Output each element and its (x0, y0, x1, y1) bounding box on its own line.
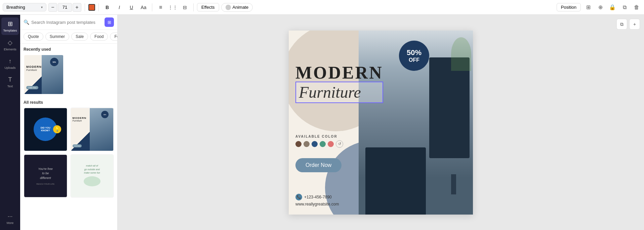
template-preview-2: DID YOUKNOW? 💡 (24, 108, 67, 151)
contact-phone: 📞 +123-456-7890 (295, 194, 339, 200)
phone-icon: 📞 (295, 194, 302, 200)
panel-search-bar: 🔍 ⊞ (20, 15, 117, 30)
color-swatch-blue[interactable] (312, 141, 318, 147)
canvas-title-furniture[interactable]: Furniture (295, 82, 383, 103)
left-sidebar: ⊞ Templates ◇ Elements ↑ Uploads T Text … (0, 15, 20, 230)
color-swatch-tan[interactable] (304, 141, 310, 147)
text-color-swatch[interactable] (88, 4, 95, 11)
template-thumb-modern-furniture[interactable]: 50% MODERN Furniture Order Now (24, 54, 64, 95)
search-icon: 🔍 (24, 19, 29, 25)
copy-canvas-button[interactable]: ⧉ (616, 19, 627, 30)
furniture-wardrobe (429, 57, 470, 158)
font-size-controls: − + (48, 3, 81, 12)
font-size-decrease-button[interactable]: − (48, 3, 57, 12)
bold-button[interactable]: B (102, 2, 112, 12)
chevron-down-icon: ▾ (41, 5, 43, 9)
add-canvas-button[interactable]: + (629, 19, 640, 30)
font-name-label: Breathing (6, 5, 25, 10)
category-tabs: Quote Summer Sale Food Fourth (20, 30, 117, 44)
lamp-decoration (451, 174, 456, 194)
recently-used-section: Recently used 50% MODERN Furniture (24, 47, 114, 95)
effects-label: Effects (201, 5, 215, 10)
more-icon: ··· (7, 213, 12, 220)
template-card-did-you-know[interactable]: DID YOUKNOW? 💡 (24, 107, 68, 151)
panel-content: Recently used 50% MODERN Furniture (20, 44, 117, 230)
sidebar-item-templates[interactable]: ⊞ Templates (1, 17, 19, 35)
align-button[interactable]: ⊟ (180, 2, 190, 12)
category-tab-quote[interactable]: Quote (24, 33, 43, 41)
available-color-label: AVAILABLE COLOR (295, 135, 343, 138)
template-card-free[interactable]: You're freeto bedifferent REACH YOUR LIF… (24, 154, 68, 198)
bullet-list-button[interactable]: ⋮⋮ (168, 2, 178, 12)
canvas-text-block[interactable]: MODERN Furniture (295, 64, 383, 103)
refresh-colors-button[interactable]: ↺ (336, 140, 343, 148)
sidebar-item-templates-label: Templates (3, 29, 17, 32)
sidebar-item-uploads[interactable]: ↑ Uploads (1, 55, 19, 72)
canvas-area: ⧉ + 50% OFF (118, 15, 644, 230)
template-preview-1: 50% MODERN Furniture Order Now (24, 55, 63, 94)
uploads-icon: ↑ (9, 58, 12, 65)
toolbar-separator-3 (152, 3, 152, 11)
duplicate-button[interactable]: ⧉ (620, 3, 629, 12)
italic-button[interactable]: I (114, 2, 124, 12)
contact-website: www.reallygreatsite.com (295, 202, 339, 206)
recently-used-label: Recently used (24, 47, 114, 52)
font-case-button[interactable]: Aa (138, 2, 149, 12)
sidebar-item-elements[interactable]: ◇ Elements (1, 36, 19, 54)
all-results-label: All results (24, 100, 114, 105)
template-card-modern-furniture-2[interactable]: 50% MODERN Furniture Order Now (70, 107, 114, 151)
contact-section: 📞 +123-456-7890 www.reallygreatsite.com (295, 194, 339, 208)
sidebar-item-text-label: Text (7, 85, 13, 88)
recently-used-templates: 50% MODERN Furniture Order Now (24, 54, 114, 95)
color-swatch-brown[interactable] (295, 141, 301, 147)
font-size-increase-button[interactable]: + (73, 3, 81, 12)
badge-percentage: 50% (407, 48, 421, 57)
template-preview-3: 50% MODERN Furniture Order Now (71, 108, 114, 151)
font-name-dropdown[interactable]: Breathing ▾ (3, 3, 46, 11)
align-distribute-button[interactable]: ⊞ (583, 3, 593, 12)
trash-button[interactable]: 🗑 (632, 3, 641, 12)
template-preview-5: match all ofgo outside andmake some fun (71, 155, 114, 197)
effects-button[interactable]: Effects (197, 3, 219, 11)
canvas-title-modern[interactable]: MODERN (295, 64, 383, 82)
link-button[interactable]: ⊕ (596, 3, 605, 12)
discount-badge: 50% OFF (399, 41, 429, 71)
search-input[interactable] (31, 20, 103, 25)
list-button[interactable]: ≡ (156, 2, 166, 12)
color-swatch-pink[interactable] (328, 141, 334, 147)
font-size-input[interactable] (58, 3, 72, 12)
available-color-section: AVAILABLE COLOR ↺ (295, 135, 343, 148)
design-canvas: 50% OFF MODERN Furniture AVAILABLE COLOR… (289, 31, 473, 215)
main-area: ⊞ Templates ◇ Elements ↑ Uploads T Text … (0, 15, 644, 230)
sidebar-item-more-label: More (7, 221, 14, 225)
category-tab-fourth[interactable]: Fourth (110, 33, 117, 41)
elements-icon: ◇ (8, 39, 12, 46)
toolbar-right-actions: Position ⊞ ⊕ 🔒 ⧉ 🗑 (557, 3, 641, 12)
color-swatches: ↺ (295, 140, 343, 148)
toolbar-separator-2 (98, 3, 99, 11)
category-tab-sale[interactable]: Sale (71, 33, 88, 41)
underline-button[interactable]: U (126, 2, 136, 12)
all-results-section: All results DID YOUKNOW? 💡 (24, 100, 114, 198)
templates-panel: 🔍 ⊞ Quote Summer Sale Food Fourth (20, 15, 118, 230)
category-tab-summer[interactable]: Summer (45, 33, 69, 41)
template-card-nature[interactable]: match all ofgo outside andmake some fun (70, 154, 114, 198)
template-preview-4: You're freeto bedifferent REACH YOUR LIF… (24, 155, 67, 197)
plant-decoration (451, 37, 471, 71)
lock-button[interactable]: 🔒 (608, 3, 617, 12)
toolbar-separator-4 (193, 3, 194, 11)
filter-button[interactable]: ⊞ (105, 17, 114, 27)
order-now-button[interactable]: Order Now (295, 158, 341, 172)
color-swatch-teal[interactable] (320, 141, 326, 147)
position-button[interactable]: Position (557, 3, 581, 11)
badge-off-text: OFF (409, 57, 419, 63)
animate-label: Animate (233, 5, 249, 10)
sidebar-item-text[interactable]: T Text (1, 74, 19, 91)
canvas-toolbar-top: ⧉ + (616, 19, 640, 30)
sidebar-item-more[interactable]: ··· More (1, 210, 19, 227)
animate-icon (226, 5, 231, 10)
animate-button[interactable]: Animate (221, 3, 253, 12)
category-tab-food[interactable]: Food (90, 33, 108, 41)
all-results-grid: DID YOUKNOW? 💡 50% MODERN (24, 107, 114, 198)
position-label: Position (561, 5, 576, 10)
